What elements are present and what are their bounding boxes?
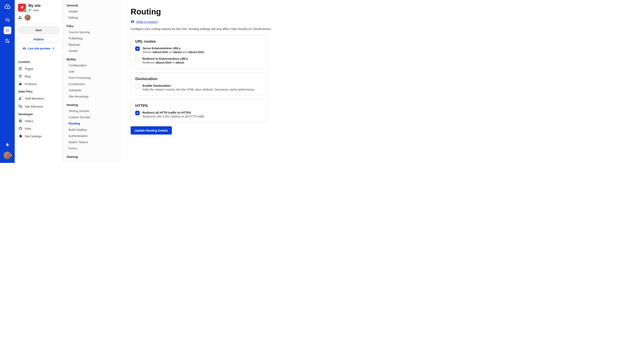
svg-rect-24 (20, 83, 21, 84)
intro-text: Configure your routing options for this … (130, 27, 280, 30)
status-icon (18, 119, 22, 123)
map-icon (130, 20, 134, 23)
svg-point-5 (8, 29, 9, 29)
nav-item-pages[interactable]: Pages (15, 65, 62, 72)
svg-point-8 (8, 30, 9, 30)
opt-label-geolocation: Enable Geolocation (142, 84, 254, 87)
nav-section-content: Content (15, 58, 62, 65)
check-icon (136, 47, 139, 50)
opt-desc-geolocation: Adds the viewers country into the HTML c… (142, 88, 254, 91)
svg-rect-12 (6, 39, 8, 43)
collaborator-avatar[interactable] (24, 14, 31, 21)
sp-item-details[interactable]: Details (66, 8, 117, 14)
save-button[interactable]: Save (18, 26, 59, 34)
sp-item-configuration[interactable]: Configuration (66, 62, 117, 68)
sp-item-i18n[interactable]: I18n (66, 68, 117, 75)
sp-item-publishing[interactable]: Publishing (66, 35, 117, 41)
eye-icon (22, 47, 26, 50)
card-title-url-routes: URL routes (135, 39, 263, 44)
sp-section-general: General (66, 3, 117, 7)
svg-point-4 (7, 29, 8, 29)
nav-section-developer: Developer (15, 110, 62, 117)
staff-icon (18, 96, 22, 100)
page-icon (18, 67, 22, 70)
branch-icon (28, 9, 32, 12)
github-icon (18, 127, 22, 130)
site-panel: My site main Save Publish Live site prev… (15, 0, 62, 163)
page-title: Routing (130, 7, 280, 16)
nav-item-site-settings[interactable]: Site Settings (15, 132, 62, 140)
sp-item-post-processing[interactable]: Post Processing (66, 75, 117, 81)
svg-point-25 (19, 97, 20, 98)
nav-item-blog[interactable]: Blog (15, 72, 62, 80)
sp-item-routing[interactable]: Routing (66, 120, 117, 126)
checkbox-redirect-extless[interactable] (135, 57, 140, 61)
rail-devices-icon[interactable] (4, 16, 11, 24)
live-preview-link[interactable]: Live site preview (18, 45, 59, 53)
sp-item-authentication[interactable]: Authentication (66, 133, 117, 139)
sp-item-assets[interactable]: Assets (66, 48, 117, 54)
svg-point-26 (21, 97, 22, 98)
opt-desc-https: Responds with a 301 redirect on all HTTP… (142, 115, 204, 118)
settings-subnav: General Details Editing Files Source Syn… (62, 0, 121, 163)
sp-item-bearer-tokens[interactable]: Bearer Tokens (66, 139, 117, 145)
nav-item-site-elements[interactable]: Site Elements (15, 102, 62, 110)
nav-item-status[interactable]: Status (15, 117, 62, 125)
rail-org-icon[interactable] (4, 37, 11, 45)
external-link-icon (52, 47, 55, 50)
svg-point-7 (7, 30, 8, 30)
publish-button[interactable]: Publish (18, 36, 59, 43)
sp-section-files: Files (66, 24, 117, 28)
opt-label-serve: Serve Extensionless URLs (142, 46, 204, 50)
svg-point-0 (7, 6, 8, 7)
sp-item-build-deploys[interactable]: Build Deploys (66, 126, 117, 133)
opt-desc-redirect: Redirects /about.html to /about (142, 61, 188, 64)
sp-item-testing-domain[interactable]: Testing Domain (66, 108, 117, 114)
opt-label-redirect: Redirect to Extensionless URLs (142, 57, 188, 60)
svg-point-6 (6, 30, 6, 30)
sp-item-schedule[interactable]: Schedule (66, 87, 117, 93)
rail-apps-icon[interactable] (4, 26, 11, 34)
sp-item-editing[interactable]: Editing (66, 14, 117, 21)
status-badge-icon (24, 9, 27, 12)
sp-item-custom-domain[interactable]: Custom Domain (66, 114, 117, 120)
svg-point-17 (19, 16, 20, 17)
card-title-https: HTTPS (135, 104, 263, 108)
opt-label-https: Redirect all HTTP traffic to HTTPS (142, 111, 204, 114)
svg-rect-28 (20, 106, 22, 108)
svg-point-9 (6, 31, 6, 32)
svg-point-10 (7, 31, 8, 32)
sp-item-backups[interactable]: Backups (66, 41, 117, 48)
svg-point-14 (29, 9, 30, 10)
card-url-routes: URL routes Serve Extensionless URLs Serv… (130, 35, 268, 68)
rail-bell-icon[interactable] (4, 141, 11, 149)
checkbox-https-redirect[interactable] (135, 111, 140, 115)
nav-item-staff[interactable]: Staff Members (15, 94, 62, 102)
nav-item-products[interactable]: Products (15, 80, 62, 88)
checkbox-serve-extless[interactable] (135, 46, 140, 51)
site-icon[interactable] (18, 3, 26, 12)
sp-item-source-syncing[interactable]: Source Syncing (66, 29, 117, 35)
sp-section-hosting: Hosting (66, 103, 117, 107)
card-geolocation: Geolocation Enable Geolocation Adds the … (130, 72, 268, 95)
rail-user-avatar[interactable] (4, 152, 11, 159)
sp-item-site-mountings[interactable]: Site Mountings (66, 93, 117, 99)
site-title: My site (28, 3, 41, 8)
update-routing-button[interactable]: Update Routing Details (130, 126, 172, 135)
gear-icon (18, 134, 22, 138)
branch-indicator[interactable]: main (28, 9, 41, 12)
svg-point-11 (8, 31, 9, 32)
svg-rect-2 (8, 19, 9, 21)
svg-point-18 (20, 16, 22, 17)
checkbox-geolocation[interactable] (135, 84, 140, 88)
app-logo[interactable] (3, 3, 12, 11)
sp-item-compressor[interactable]: Compressor (66, 81, 117, 87)
help-link[interactable]: What is routing? (130, 20, 280, 23)
products-icon (18, 82, 22, 86)
sp-item-forms[interactable]: Forms (66, 145, 117, 151)
collaborators-icon[interactable] (18, 15, 22, 20)
sp-section-builds: Builds (66, 57, 117, 61)
nav-item-files[interactable]: Files (15, 125, 62, 132)
elements-icon (18, 104, 22, 108)
app-rail (0, 0, 15, 163)
